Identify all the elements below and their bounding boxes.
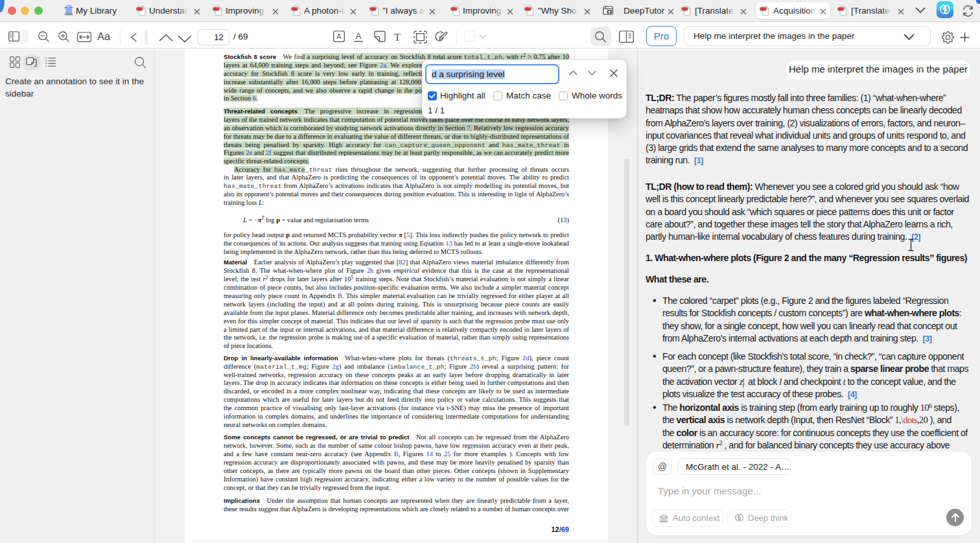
svg-text:A: A bbox=[336, 32, 342, 40]
svg-text:A: A bbox=[355, 31, 362, 41]
